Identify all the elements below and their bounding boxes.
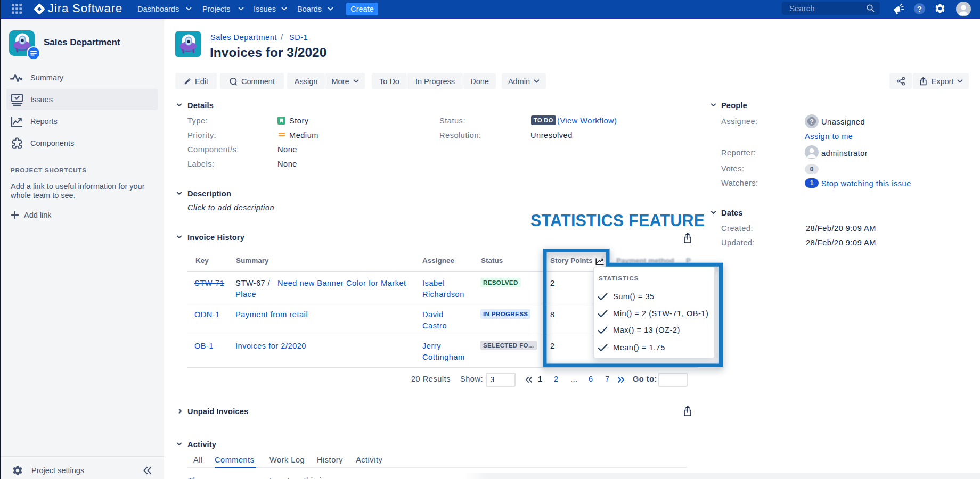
svg-text:?: ? [810,118,813,126]
svg-text:?: ? [917,5,922,13]
